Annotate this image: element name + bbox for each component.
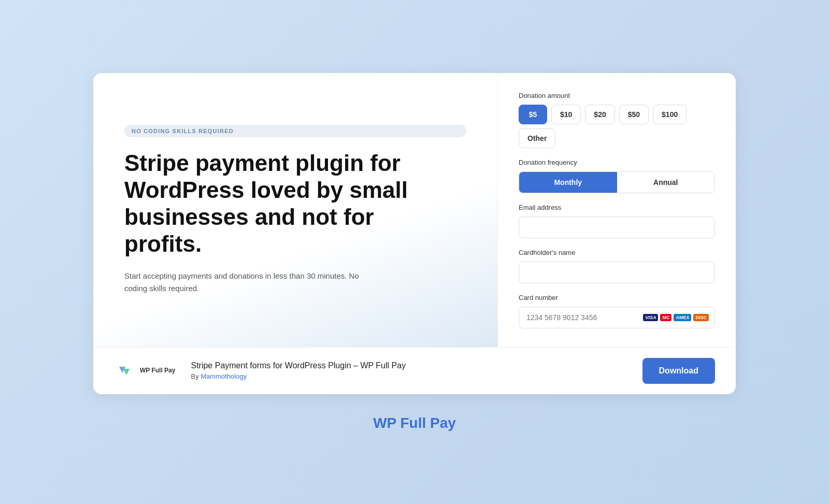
card-brand-icons: VISA MC AMEX DISC — [643, 314, 709, 321]
footer-brand: WP Full Pay — [373, 415, 456, 431]
amount-other-button[interactable]: Other — [519, 128, 555, 148]
cardholder-section: Cardholder's name — [519, 249, 715, 283]
amount-100-button[interactable]: $100 — [653, 105, 687, 124]
email-label: Email address — [519, 204, 715, 211]
card-number-section: Card number VISA MC AMEX DISC — [519, 294, 715, 328]
badge: NO CODING SKILLS REQUIRED — [124, 125, 466, 137]
by-prefix: By — [191, 372, 198, 380]
main-card: NO CODING SKILLS REQUIRED Stripe payment… — [93, 73, 736, 394]
cardholder-input[interactable] — [519, 262, 715, 283]
subtext: Start accepting payments and donations i… — [124, 270, 373, 295]
email-section: Email address — [519, 204, 715, 238]
frequency-toggle: Monthly Annual — [519, 171, 715, 193]
card-number-label: Card number — [519, 294, 715, 301]
card-main: NO CODING SKILLS REQUIRED Stripe payment… — [93, 73, 736, 347]
donation-frequency-section: Donation frequency Monthly Annual — [519, 159, 715, 193]
donation-form: Donation amount $5 $10 $20 $50 $100 Othe… — [497, 73, 736, 347]
download-button[interactable]: Download — [642, 358, 715, 384]
email-input[interactable] — [519, 217, 715, 238]
logo-text: WP Full Pay — [140, 366, 175, 375]
frequency-label: Donation frequency — [519, 159, 715, 166]
amount-50-button[interactable]: $50 — [619, 105, 649, 124]
plugin-title: Stripe Payment forms for WordPress Plugi… — [191, 361, 632, 370]
amount-buttons: $5 $10 $20 $50 $100 Other — [519, 105, 715, 148]
discover-icon: DISC — [693, 314, 709, 321]
svg-marker-1 — [123, 369, 130, 375]
plugin-info: Stripe Payment forms for WordPress Plugi… — [191, 361, 632, 380]
wp-fullpay-logo-icon — [114, 361, 135, 381]
cardholder-label: Cardholder's name — [519, 249, 715, 256]
plugin-logo: WP Full Pay — [114, 361, 175, 381]
annual-button[interactable]: Annual — [617, 172, 715, 193]
amount-5-button[interactable]: $5 — [519, 105, 547, 124]
card-input-wrapper: VISA MC AMEX DISC — [519, 307, 715, 328]
amount-label: Donation amount — [519, 92, 715, 99]
amount-10-button[interactable]: $10 — [551, 105, 581, 124]
card-left: NO CODING SKILLS REQUIRED Stripe payment… — [93, 73, 497, 347]
author-link[interactable]: Mammothology — [201, 372, 247, 380]
donation-amount-section: Donation amount $5 $10 $20 $50 $100 Othe… — [519, 92, 715, 148]
amex-icon: AMEX — [674, 314, 691, 321]
amount-20-button[interactable]: $20 — [585, 105, 614, 124]
plugin-by: By Mammothology — [191, 372, 632, 380]
headline: Stripe payment plugin for WordPress love… — [124, 150, 435, 257]
card-footer: WP Full Pay Stripe Payment forms for Wor… — [93, 347, 736, 394]
monthly-button[interactable]: Monthly — [519, 172, 617, 193]
visa-icon: VISA — [643, 314, 658, 321]
mastercard-icon: MC — [660, 314, 671, 321]
